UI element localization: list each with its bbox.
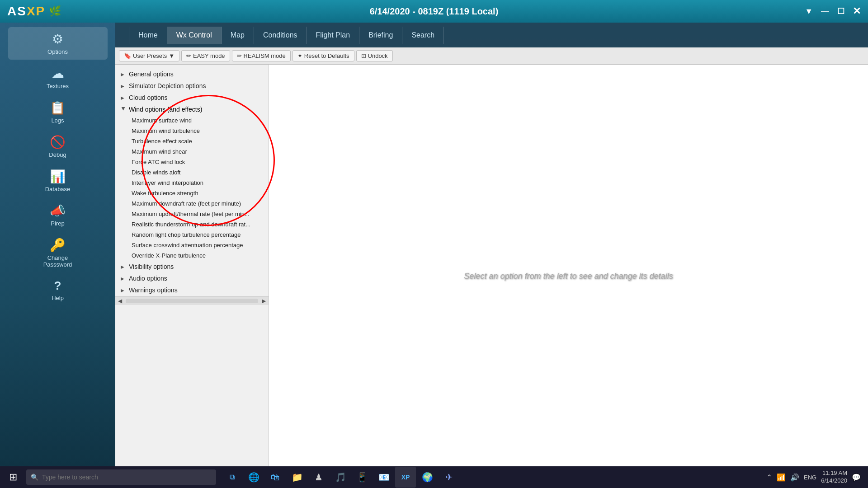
volume-icon[interactable]: 🔊 — [790, 473, 799, 482]
store-icon[interactable]: 🛍 — [265, 467, 286, 488]
easy-mode-button[interactable]: ✏ EASY mode — [181, 50, 230, 61]
titlebar: ASXP 🌿 6/14/2020 - 0819Z (1119 Local) ▼ … — [0, 0, 868, 23]
sidebar-item-database[interactable]: 📊 Database — [8, 164, 108, 197]
language-label: ENG — [804, 474, 816, 481]
nav-home[interactable]: Home — [129, 27, 167, 44]
undock-button[interactable]: ⊡ Undock — [356, 50, 393, 61]
nav-search[interactable]: Search — [402, 27, 444, 44]
search-icon: 🔍 — [31, 474, 38, 481]
globe-icon[interactable]: 🌍 — [417, 467, 438, 488]
content-area: Home Wx Control Map Conditions Flight Pl… — [115, 23, 868, 488]
textures-icon: ☁ — [52, 66, 64, 81]
close-button[interactable]: ✕ — [853, 5, 861, 17]
search-input[interactable] — [42, 474, 212, 481]
hidden-icons-button[interactable]: ⌃ — [766, 473, 772, 482]
dropdown-icon[interactable]: ▼ — [805, 7, 813, 16]
nav-briefing[interactable]: Briefing — [359, 27, 402, 44]
tree-sub-max-downdraft[interactable]: Maximum downdraft rate (feet per minute) — [115, 198, 269, 209]
tree-item-cloud-label: Cloud options — [129, 94, 168, 101]
asxp-taskbar-icon[interactable]: XP — [395, 467, 416, 488]
xplane-icon[interactable]: ✈ — [439, 467, 459, 488]
options-tree: ▶ General options ▶ Simulator Depiction … — [115, 65, 269, 488]
sidebar-item-logs-label: Logs — [51, 117, 64, 124]
tree-sub-wake-turbulence[interactable]: Wake turbulence strength — [115, 188, 269, 198]
tree-item-warnings-label: Warnings options — [129, 286, 178, 294]
reset-icon: ✦ — [297, 52, 302, 59]
horizontal-scrollbar[interactable]: ◀ ▶ — [115, 296, 269, 305]
taskbar-apps: ⧉ 🌐 🛍 📁 ♟ 🎵 📱 📧 XP 🌍 ✈ — [222, 467, 459, 488]
tree-item-audio-label: Audio options — [129, 275, 167, 282]
nav-wx-control[interactable]: Wx Control — [167, 27, 222, 44]
network-icon[interactable]: 📶 — [777, 473, 786, 482]
sidebar-item-help-label: Help — [52, 295, 64, 301]
white-panel: 🔖 User Presets ▼ ✏ EASY mode ✏ REALISM m… — [115, 47, 868, 488]
edge-icon[interactable]: 🌐 — [243, 467, 264, 488]
tree-sub-realistic-thunderstorm[interactable]: Realistic thunderstorm up and downdraft … — [115, 219, 269, 230]
system-clock: 11:19 AM 6/14/2020 — [821, 469, 847, 485]
arrow-warnings: ▶ — [121, 288, 126, 293]
tree-sub-max-wind-shear[interactable]: Maximum wind shear — [115, 146, 269, 157]
reset-defaults-button[interactable]: ✦ Reset to Defaults — [292, 50, 354, 61]
minimize-button[interactable]: — — [821, 7, 829, 16]
sidebar-item-textures[interactable]: ☁ Textures — [8, 61, 108, 94]
sidebar-item-pirep[interactable]: 📣 Pirep — [8, 199, 108, 231]
sidebar-item-logs[interactable]: 📋 Logs — [8, 96, 108, 128]
navbar: Home Wx Control Map Conditions Flight Pl… — [115, 23, 868, 47]
tree-sub-override-xplane[interactable]: Override X-Plane turbulence — [115, 250, 269, 261]
scroll-track[interactable] — [126, 299, 258, 303]
explorer-icon[interactable]: 📁 — [287, 467, 307, 488]
scroll-right-btn[interactable]: ▶ — [260, 298, 268, 304]
sidebar: ⚙ Options ☁ Textures 📋 Logs 🚫 Debug 📊 Da… — [0, 23, 115, 488]
sidebar-item-options[interactable]: ⚙ Options — [8, 27, 108, 60]
debug-icon: 🚫 — [50, 135, 66, 150]
tree-item-audio[interactable]: ▶ Audio options — [115, 272, 269, 284]
tree-item-visibility[interactable]: ▶ Visibility options — [115, 261, 269, 272]
maximize-button[interactable]: ☐ — [837, 6, 844, 16]
tree-item-cloud[interactable]: ▶ Cloud options — [115, 92, 269, 103]
system-tray: ⌃ 📶 🔊 ENG 11:19 AM 6/14/2020 💬 — [766, 469, 866, 485]
tree-item-wind[interactable]: ▶ Wind options (and effects) — [115, 103, 269, 115]
user-presets-button[interactable]: 🔖 User Presets ▼ — [119, 50, 179, 61]
nav-flight-plan[interactable]: Flight Plan — [307, 27, 360, 44]
start-button[interactable]: ⊞ — [2, 466, 24, 488]
sidebar-item-change-password[interactable]: 🔑 ChangePasssword — [8, 233, 108, 272]
sidebar-item-debug[interactable]: 🚫 Debug — [8, 130, 108, 163]
pirep-icon: 📣 — [50, 203, 66, 218]
tree-item-warnings[interactable]: ▶ Warnings options — [115, 284, 269, 296]
tree-item-simulator[interactable]: ▶ Simulator Depiction options — [115, 80, 269, 92]
scroll-left-btn[interactable]: ◀ — [116, 298, 124, 304]
arrow-audio: ▶ — [121, 276, 126, 281]
nav-map[interactable]: Map — [222, 27, 254, 44]
audio-icon[interactable]: 🎵 — [330, 467, 351, 488]
tree-sub-force-atc[interactable]: Force ATC wind lock — [115, 157, 269, 167]
realism-mode-button[interactable]: ✏ REALISM mode — [232, 50, 291, 61]
taskbar-search[interactable]: 🔍 — [26, 469, 216, 485]
easy-mode-icon: ✏ — [186, 52, 191, 59]
split-view: ▶ General options ▶ Simulator Depiction … — [115, 65, 868, 488]
taskview-button[interactable]: ⧉ — [222, 467, 242, 488]
tree-sub-turbulence-effect[interactable]: Turbulence effect scale — [115, 136, 269, 146]
tree-sub-interlayer[interactable]: Interlayer wind interpolation — [115, 178, 269, 188]
nav-conditions[interactable]: Conditions — [254, 27, 307, 44]
options-container: 🔖 User Presets ▼ ✏ EASY mode ✏ REALISM m… — [115, 47, 868, 488]
sidebar-item-help[interactable]: ? Help — [8, 274, 108, 306]
app-logo: ASXP 🌿 — [7, 4, 61, 19]
tree-sub-random-chop[interactable]: Random light chop turbulence percentage — [115, 230, 269, 240]
sidebar-item-database-label: Database — [45, 186, 71, 192]
notification-icon[interactable]: 💬 — [852, 473, 861, 482]
leaf-icon: 🌿 — [49, 5, 61, 17]
tree-sub-surface-crosswind[interactable]: Surface crosswind attentuation percentag… — [115, 240, 269, 250]
tree-sub-max-surface-wind[interactable]: Maximum surface wind — [115, 115, 269, 126]
sidebar-item-password-label: ChangePasssword — [43, 254, 72, 268]
tree-sub-disable-winds[interactable]: Disable winds aloft — [115, 167, 269, 178]
clock-date: 6/14/2020 — [821, 477, 847, 485]
tree-sub-max-wind-turbulence[interactable]: Maximum wind turbulence — [115, 126, 269, 136]
app7-icon[interactable]: 📧 — [373, 467, 394, 488]
tree-sub-max-updraft[interactable]: Maximum updraft/thermal rate (feet per m… — [115, 209, 269, 219]
main-wrapper: ⚙ Options ☁ Textures 📋 Logs 🚫 Debug 📊 Da… — [0, 23, 868, 488]
tablet-icon[interactable]: 📱 — [352, 467, 373, 488]
steam-icon[interactable]: ♟ — [308, 467, 329, 488]
clock-time: 11:19 AM — [821, 469, 847, 477]
tree-item-simulator-label: Simulator Depiction options — [129, 82, 206, 89]
tree-item-general[interactable]: ▶ General options — [115, 68, 269, 80]
